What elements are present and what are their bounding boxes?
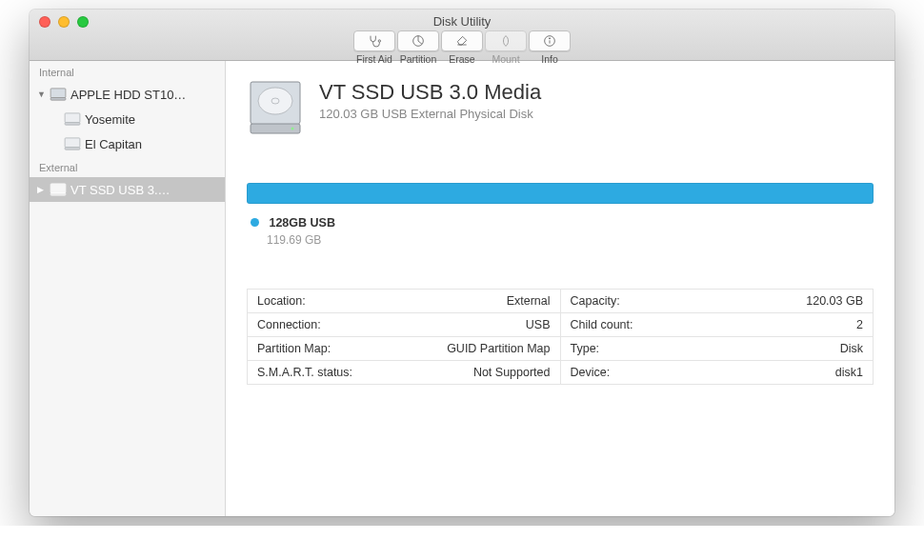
svg-point-0 bbox=[378, 40, 380, 42]
sidebar-item-external-disk[interactable]: ▶ VT SSD USB 3.… bbox=[30, 177, 225, 202]
traffic-lights bbox=[39, 16, 89, 28]
info-row: Type:Disk bbox=[561, 337, 874, 361]
mount-button: Mount bbox=[485, 30, 527, 65]
info-row: Child count:2 bbox=[561, 313, 874, 337]
svg-point-14 bbox=[271, 98, 279, 104]
info-key: Location: bbox=[257, 294, 306, 308]
svg-rect-6 bbox=[50, 98, 66, 101]
info-key: Connection: bbox=[257, 318, 321, 331]
info-value: USB bbox=[526, 318, 551, 331]
pie-icon bbox=[411, 33, 426, 49]
usage-bar bbox=[247, 183, 874, 204]
disk-header: VT SSD USB 3.0 Media 120.03 GB USB Exter… bbox=[247, 78, 874, 137]
sidebar: Internal ▼ APPLE HDD ST10… Yosemite El C… bbox=[30, 61, 226, 516]
info-row: Device:disk1 bbox=[561, 361, 874, 384]
info-key: Capacity: bbox=[571, 294, 620, 308]
partition-legend: 128GB USB 119.69 GB bbox=[251, 213, 874, 247]
harddisk-icon bbox=[64, 111, 81, 127]
erase-button[interactable]: Erase bbox=[441, 30, 483, 65]
disclosure-triangle-icon[interactable]: ▼ bbox=[37, 90, 46, 99]
info-value: 120.03 GB bbox=[806, 294, 863, 308]
disk-title: VT SSD USB 3.0 Media bbox=[319, 80, 541, 105]
info-row: Capacity:120.03 GB bbox=[561, 290, 874, 313]
sidebar-section-external: External bbox=[30, 156, 225, 177]
harddisk-icon bbox=[50, 182, 67, 197]
minimize-button[interactable] bbox=[58, 16, 70, 28]
info-col-left: Location:External Connection:USB Partiti… bbox=[248, 290, 561, 384]
partition-size: 119.69 GB bbox=[267, 233, 874, 247]
svg-point-16 bbox=[291, 128, 294, 130]
info-key: Device: bbox=[571, 366, 611, 379]
toolbar-label: Erase bbox=[449, 53, 474, 65]
svg-rect-7 bbox=[65, 113, 80, 123]
info-value: GUID Partition Map bbox=[447, 342, 550, 355]
sidebar-item-elcapitan[interactable]: El Capitan bbox=[30, 131, 225, 156]
erase-icon bbox=[454, 33, 470, 49]
info-key: Partition Map: bbox=[257, 342, 331, 355]
window: Disk Utility First Aid Partition Erase M… bbox=[30, 10, 894, 516]
disk-image-icon bbox=[247, 78, 304, 137]
info-value: Not Supported bbox=[473, 366, 551, 379]
first-aid-button[interactable]: First Aid bbox=[353, 30, 395, 65]
info-row: Location:External bbox=[248, 290, 560, 313]
mount-icon bbox=[498, 33, 513, 49]
sidebar-item-label: Yosemite bbox=[85, 112, 225, 127]
info-key: Type: bbox=[571, 342, 600, 355]
svg-rect-11 bbox=[50, 184, 66, 193]
sidebar-item-label: APPLE HDD ST10… bbox=[70, 88, 225, 102]
sidebar-item-yosemite[interactable]: Yosemite bbox=[30, 107, 225, 131]
titlebar: Disk Utility First Aid Partition Erase M… bbox=[30, 10, 894, 61]
toolbar-label: First Aid bbox=[356, 53, 392, 65]
content: VT SSD USB 3.0 Media 120.03 GB USB Exter… bbox=[226, 61, 894, 516]
info-row: S.M.A.R.T. status:Not Supported bbox=[248, 361, 560, 384]
info-key: S.M.A.R.T. status: bbox=[257, 366, 352, 379]
toolbar: First Aid Partition Erase Mount Info bbox=[353, 30, 571, 65]
partition-name: 128GB USB bbox=[269, 216, 334, 230]
body: Internal ▼ APPLE HDD ST10… Yosemite El C… bbox=[30, 61, 894, 516]
stethoscope-icon bbox=[367, 33, 382, 49]
legend-color-swatch bbox=[251, 218, 259, 227]
svg-rect-8 bbox=[65, 123, 80, 126]
svg-rect-9 bbox=[65, 138, 80, 148]
svg-rect-5 bbox=[50, 89, 66, 98]
svg-point-4 bbox=[549, 38, 550, 39]
info-button[interactable]: Info bbox=[529, 30, 571, 65]
harddisk-icon bbox=[64, 136, 81, 151]
info-icon bbox=[542, 33, 557, 49]
sidebar-item-label: VT SSD USB 3.… bbox=[70, 183, 225, 197]
info-row: Partition Map:GUID Partition Map bbox=[248, 337, 560, 361]
toolbar-label: Info bbox=[541, 53, 558, 65]
toolbar-label: Mount bbox=[492, 53, 519, 65]
info-value: External bbox=[507, 294, 551, 308]
window-title: Disk Utility bbox=[30, 10, 894, 29]
svg-rect-10 bbox=[65, 148, 80, 150]
info-value: disk1 bbox=[835, 366, 863, 379]
info-key: Child count: bbox=[571, 318, 633, 331]
harddisk-icon bbox=[50, 87, 67, 102]
disk-subtitle: 120.03 GB USB External Physical Disk bbox=[319, 107, 541, 121]
zoom-button[interactable] bbox=[77, 16, 89, 28]
info-row: Connection:USB bbox=[248, 313, 560, 337]
close-button[interactable] bbox=[39, 16, 50, 28]
disk-info-table: Location:External Connection:USB Partiti… bbox=[247, 289, 874, 385]
disclosure-triangle-icon[interactable]: ▶ bbox=[37, 185, 46, 194]
info-value: Disk bbox=[840, 342, 863, 355]
toolbar-label: Partition bbox=[400, 53, 437, 65]
partition-button[interactable]: Partition bbox=[397, 30, 439, 65]
info-value: 2 bbox=[856, 318, 863, 331]
svg-rect-12 bbox=[50, 193, 66, 196]
sidebar-item-label: El Capitan bbox=[85, 137, 225, 151]
sidebar-item-internal-disk[interactable]: ▼ APPLE HDD ST10… bbox=[30, 82, 225, 107]
info-col-right: Capacity:120.03 GB Child count:2 Type:Di… bbox=[561, 290, 874, 384]
